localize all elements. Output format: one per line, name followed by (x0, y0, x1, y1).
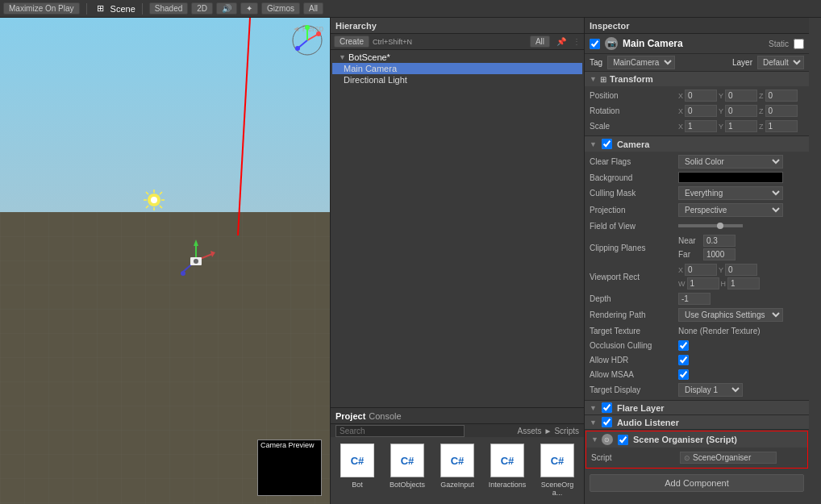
position-label: Position (590, 91, 678, 100)
rendering-path-dropdown[interactable]: Use Graphics Settings (678, 308, 783, 322)
hierarchy-panel: Hierarchy Create Ctrl+Shift+N All 📌 ⋮ ▼ … (331, 18, 585, 504)
transform-rotation-row: Rotation X 0 Y 0 Z 0 (590, 103, 804, 119)
rotation-x-input[interactable]: 0 (685, 105, 717, 117)
shaded-dropdown[interactable]: Shaded (149, 2, 188, 15)
project-panel-header: Project Console (331, 408, 584, 424)
script-item-botobjects[interactable]: C# BotObjects (387, 444, 427, 489)
script-ref-label: SceneOrganiser (693, 453, 751, 462)
static-checkbox[interactable] (794, 39, 804, 49)
allow-hdr-label: Allow HDR (590, 356, 678, 364)
script-field-value[interactable]: ⊙ SceneOrganiser (680, 452, 777, 464)
add-component-button[interactable]: Add Component (590, 474, 804, 492)
object-name[interactable]: Main Camera (623, 38, 683, 49)
camera-header[interactable]: ▼ Camera (585, 136, 809, 152)
hierarchy-item-main-camera[interactable]: Main Camera (332, 63, 582, 74)
scene-organiser-component: ▼ ⊙ Scene Organiser (Script) Script ⊙ Sc… (586, 431, 808, 469)
scene-organiser-collapse-icon: ▼ (591, 435, 598, 444)
scene-organiser-header[interactable]: ▼ ⊙ Scene Organiser (Script) (586, 431, 807, 448)
scale-z-input[interactable]: 1 (765, 120, 798, 132)
rotation-y-input[interactable]: 0 (725, 105, 757, 117)
fov-slider-thumb[interactable] (717, 223, 723, 229)
layer-dropdown[interactable]: Default (757, 56, 804, 69)
near-input[interactable]: 0.3 (703, 235, 736, 247)
inspector-title: Inspector (590, 21, 630, 31)
hierarchy-options-icon[interactable]: ⋮ (573, 37, 581, 46)
fov-slider-track[interactable] (678, 224, 743, 227)
allow-msaa-checkbox[interactable] (678, 369, 689, 380)
scale-y-input[interactable]: 1 (725, 120, 757, 132)
2d-button[interactable]: 2D (191, 2, 213, 15)
rotation-xyz: X 0 Y 0 Z 0 (678, 105, 798, 117)
maximize-on-play-button[interactable]: Maximize On Play (3, 2, 80, 15)
transform-axes (172, 236, 220, 285)
position-z-input[interactable]: 0 (765, 90, 798, 102)
vp-x-input[interactable]: 0 (685, 264, 717, 276)
audio-listener-header[interactable]: ▼ Audio Listener (585, 415, 809, 429)
audio-listener-title: Audio Listener (617, 418, 679, 427)
script-item-interactions[interactable]: C# Interactions (487, 444, 527, 489)
gizmos-button[interactable]: Gizmos (261, 2, 300, 15)
sound-button[interactable]: 🔊 (216, 2, 237, 15)
camera-preview: Camera Preview (257, 439, 322, 496)
project-search-input[interactable] (335, 425, 465, 437)
far-input[interactable]: 1000 (703, 248, 736, 260)
transform-body: Position X 0 Y 0 Z 0 Rotation (585, 86, 809, 135)
vp-w-input[interactable]: 1 (687, 277, 719, 289)
audio-listener-checkbox[interactable] (602, 417, 612, 427)
inspector-tag-row: Tag MainCamera Layer Default (585, 54, 809, 72)
create-button[interactable]: Create (334, 35, 369, 48)
hierarchy-item-directional-light[interactable]: Directional Light (332, 74, 582, 85)
transform-header[interactable]: ▼ ⊞ Transform (585, 72, 809, 86)
fx-button[interactable]: ✦ (240, 2, 258, 15)
flare-layer-checkbox[interactable] (602, 402, 612, 413)
vp-y-input[interactable]: 0 (725, 264, 757, 276)
transform-collapse-icon: ▼ (590, 75, 597, 83)
projection-dropdown[interactable]: Perspective (678, 203, 783, 217)
hierarchy-root-item[interactable]: ▼ BotScene* (332, 52, 582, 63)
camera-enabled-checkbox[interactable] (602, 139, 612, 149)
culling-mask-dropdown[interactable]: Everything (678, 186, 783, 200)
target-texture-label: Target Texture (590, 327, 678, 335)
background-color-picker[interactable] (678, 172, 783, 183)
background-label: Background (590, 173, 678, 182)
depth-input[interactable]: -1 (678, 293, 711, 305)
object-active-checkbox[interactable] (590, 39, 600, 49)
clear-flags-label: Clear Flags (590, 157, 678, 166)
console-tab-title[interactable]: Console (369, 411, 401, 421)
rotation-z-input[interactable]: 0 (765, 105, 798, 117)
near-row: Near 0.3 (678, 235, 736, 247)
all-dropdown[interactable]: All (303, 2, 323, 15)
script-item-bot[interactable]: C# Bot (337, 444, 377, 489)
hierarchy-pin-icon[interactable]: 📌 (556, 37, 566, 46)
occlusion-culling-label: Occlusion Culling (590, 341, 678, 350)
target-display-dropdown[interactable]: Display 1 (678, 383, 743, 397)
script-item-sceneorga[interactable]: C# SceneOrga... (537, 444, 577, 497)
project-tab-title[interactable]: Project (335, 411, 365, 421)
scene-organiser-checkbox[interactable] (618, 435, 628, 445)
far-label: Far (678, 250, 701, 259)
static-label: Static (769, 40, 789, 48)
culling-mask-label: Culling Mask (590, 189, 678, 198)
fov-row: Field of View (590, 219, 804, 233)
allow-msaa-label: Allow MSAA (590, 370, 678, 379)
allow-hdr-checkbox[interactable] (678, 355, 689, 365)
project-scripts-area: C# Bot C# BotObjects C# Gaz (331, 437, 584, 503)
scene-tab-title[interactable]: Scene (110, 4, 135, 14)
flare-layer-header[interactable]: ▼ Flare Layer (585, 401, 809, 414)
svg-line-14 (146, 192, 148, 194)
position-y-input[interactable]: 0 (725, 90, 757, 102)
position-x-input[interactable]: 0 (685, 90, 717, 102)
scale-x-input[interactable]: 1 (685, 120, 717, 132)
hierarchy-all-button[interactable]: All (530, 35, 550, 48)
scene-viewport[interactable]: ◄ Persp (0, 18, 330, 504)
tag-dropdown[interactable]: MainCamera (607, 56, 675, 69)
culling-mask-row: Culling Mask Everything (590, 185, 804, 202)
path-separator: ► (544, 427, 552, 435)
occlusion-culling-checkbox[interactable] (678, 340, 689, 351)
nav-gizmo[interactable] (291, 24, 323, 56)
z-label-pos: Z (759, 92, 764, 100)
clear-flags-dropdown[interactable]: Solid Color (678, 155, 783, 169)
vp-h-input[interactable]: 1 (727, 277, 760, 289)
fov-label: Field of View (590, 222, 678, 231)
script-item-gazeinput[interactable]: C# GazeInput (437, 444, 477, 489)
